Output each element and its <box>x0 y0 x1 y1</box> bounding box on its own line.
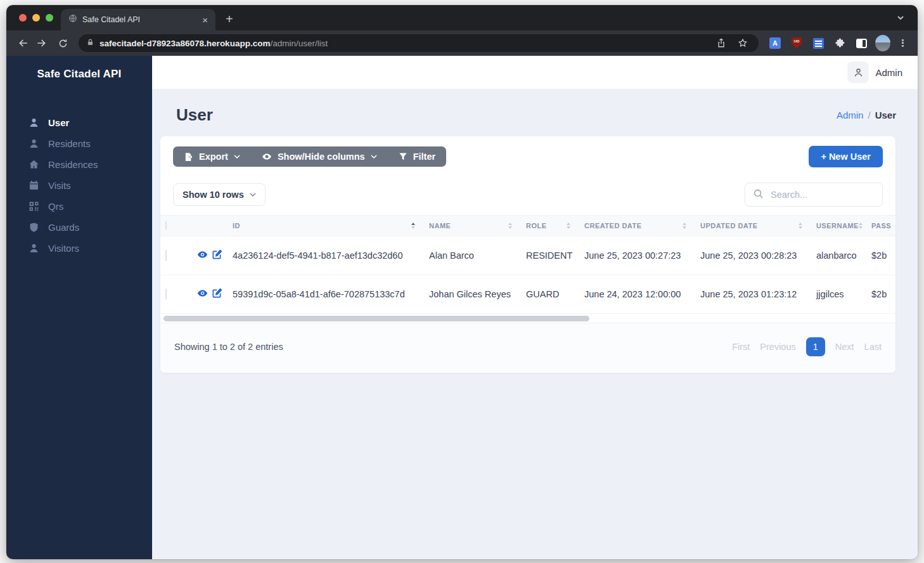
column-header-created[interactable]: CREATED DATE <box>579 216 695 236</box>
cell-username: alanbarco <box>811 236 871 275</box>
table-row: 4a236124-def5-4941-b817-aef13dc32d60 Ala… <box>160 236 895 275</box>
pagination-next[interactable]: Next <box>835 342 854 352</box>
chevron-down-icon <box>250 193 256 197</box>
ublock-extension-icon[interactable]: UO <box>789 35 804 51</box>
bookmark-star-icon[interactable] <box>735 35 751 51</box>
column-header-password[interactable]: PASS <box>871 216 895 236</box>
close-window-button[interactable] <box>19 14 27 22</box>
minimize-window-button[interactable] <box>32 14 40 22</box>
new-user-button[interactable]: + New User <box>809 146 883 167</box>
reader-extension-icon[interactable] <box>811 35 826 51</box>
sort-icon <box>567 223 570 229</box>
admin-avatar[interactable] <box>847 61 869 83</box>
sidebar-nav: User Residents Residences Visits Qrs <box>6 112 152 259</box>
profile-avatar[interactable] <box>875 35 890 51</box>
url-domain: safecitadel-d78923a86078.herokuapp.com <box>99 39 270 48</box>
show-rows-dropdown[interactable]: Show 10 rows <box>173 183 266 206</box>
tab-search-chevron-icon[interactable] <box>896 13 905 25</box>
sidebar-item-visits[interactable]: Visits <box>6 175 152 196</box>
tab-title: Safe Citadel API <box>82 15 195 24</box>
user-icon <box>29 243 39 254</box>
window-controls <box>19 14 53 22</box>
view-icon[interactable] <box>197 288 208 301</box>
sidebar-item-visitors[interactable]: Visitors <box>6 238 152 259</box>
breadcrumb-current: User <box>875 110 896 120</box>
user-table-card: Export Show/Hide columns Filter <box>160 136 895 373</box>
forward-icon[interactable] <box>34 35 51 51</box>
back-icon[interactable] <box>14 35 30 51</box>
browser-menu-icon[interactable]: ⋮ <box>895 37 910 49</box>
edit-icon[interactable] <box>212 288 222 301</box>
url-path: /admin/user/list <box>270 39 328 48</box>
column-header-role[interactable]: ROLE <box>521 216 579 236</box>
sidebar-item-user[interactable]: User <box>6 112 152 133</box>
translate-extension-icon[interactable]: A <box>767 35 783 51</box>
user-icon <box>29 138 39 149</box>
column-header-name[interactable]: NAME <box>424 216 521 236</box>
horizontal-scrollbar <box>160 316 895 321</box>
scrollbar-thumb[interactable] <box>164 316 589 321</box>
browser-tab[interactable]: Safe Citadel API × <box>61 9 215 30</box>
cell-role: GUARD <box>521 275 579 314</box>
home-icon <box>29 159 39 170</box>
chevron-down-icon <box>371 155 377 159</box>
actions-column-header <box>192 216 228 236</box>
person-icon <box>852 67 864 79</box>
cell-id: 59391d9c-05a8-41d1-af6e-702875133c7d <box>228 275 424 314</box>
new-tab-button[interactable]: + <box>226 12 233 27</box>
column-header-username[interactable]: USERNAME <box>811 216 871 236</box>
browser-window: Safe Citadel API × + <box>6 5 918 559</box>
url-bar[interactable]: safecitadel-d78923a86078.herokuapp.com/a… <box>79 34 759 52</box>
pagination-last[interactable]: Last <box>864 342 882 352</box>
zoom-window-button[interactable] <box>46 14 53 22</box>
select-all-checkbox[interactable] <box>165 221 167 230</box>
search-box <box>745 183 883 207</box>
row-checkbox[interactable] <box>165 288 167 300</box>
column-header-id[interactable]: ID <box>228 216 424 236</box>
search-input[interactable] <box>769 189 875 200</box>
calendar-icon <box>29 180 39 191</box>
share-icon[interactable] <box>713 35 729 51</box>
shield-icon <box>29 222 39 233</box>
cell-password: $2b <box>871 275 895 314</box>
sort-icon <box>508 223 512 229</box>
pagination-page-1[interactable]: 1 <box>806 337 825 356</box>
entries-summary: Showing 1 to 2 of 2 entries <box>174 342 283 352</box>
breadcrumb-admin-link[interactable]: Admin <box>837 110 864 120</box>
filter-funnel-icon <box>399 152 407 161</box>
sidebar-item-guards[interactable]: Guards <box>6 217 152 238</box>
view-icon[interactable] <box>197 249 208 262</box>
table-toolbar: Export Show/Hide columns Filter <box>160 136 895 175</box>
breadcrumb: Admin/User <box>837 110 896 120</box>
close-tab-icon[interactable]: × <box>200 15 210 25</box>
top-header-bar: Admin <box>152 56 918 89</box>
cell-created: June 24, 2023 12:00:00 <box>579 275 695 314</box>
cell-name: Johan Gilces Reyes <box>424 275 521 314</box>
chevron-down-icon <box>234 155 240 159</box>
sidebar-item-label: User <box>48 117 69 128</box>
show-hide-columns-button[interactable]: Show/Hide columns <box>251 146 388 167</box>
edit-icon[interactable] <box>212 249 222 262</box>
pagination: First Previous 1 Next Last <box>732 337 882 356</box>
url-text: safecitadel-d78923a86078.herokuapp.com/a… <box>99 39 328 48</box>
sidebar-item-label: Visitors <box>48 243 79 254</box>
table-footer: Showing 1 to 2 of 2 entries First Previo… <box>160 323 895 373</box>
reload-icon[interactable] <box>55 35 71 51</box>
puzzle-extensions-icon[interactable] <box>832 35 847 51</box>
admin-menu-label[interactable]: Admin <box>875 67 902 78</box>
column-header-updated[interactable]: UPDATED DATE <box>695 216 811 236</box>
cell-password: $2b <box>871 236 895 275</box>
table-row: 59391d9c-05a8-41d1-af6e-702875133c7d Joh… <box>160 275 895 314</box>
pagination-first[interactable]: First <box>732 342 750 352</box>
sort-icon <box>683 223 686 229</box>
row-checkbox[interactable] <box>165 250 167 261</box>
table-actions-group: Export Show/Hide columns Filter <box>173 146 446 167</box>
filter-button[interactable]: Filter <box>388 146 446 167</box>
sidebar-item-residents[interactable]: Residents <box>6 133 152 154</box>
sidebar: Safe Citadel API User Residents Residenc… <box>6 56 152 559</box>
pagination-previous[interactable]: Previous <box>760 342 795 352</box>
sidebar-item-residences[interactable]: Residences <box>6 154 152 175</box>
export-button[interactable]: Export <box>173 146 251 167</box>
sidebar-item-qrs[interactable]: Qrs <box>6 196 152 217</box>
side-panel-icon[interactable] <box>854 35 869 51</box>
